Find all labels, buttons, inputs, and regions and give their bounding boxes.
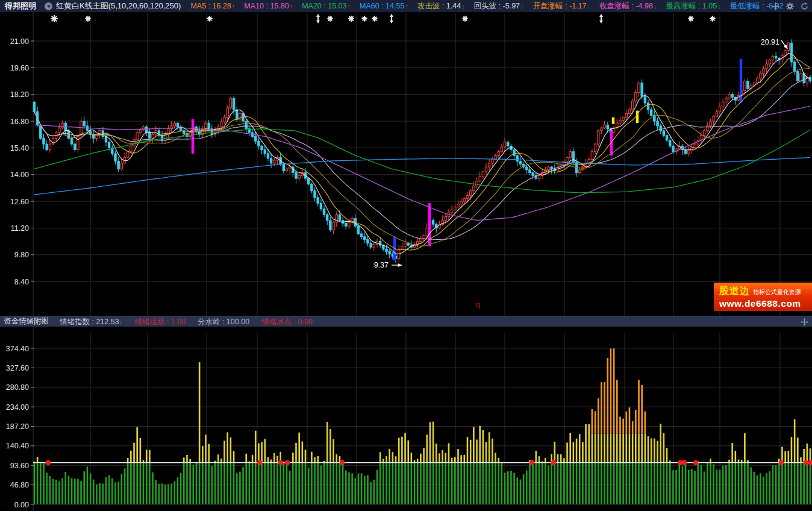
signal-bar bbox=[612, 118, 614, 124]
svg-text:21.00: 21.00 bbox=[10, 37, 29, 46]
sentiment-panel-title: 资金情绪附图 bbox=[4, 316, 49, 327]
indicator-item: 开盘涨幅 : -1.17↓ bbox=[533, 1, 590, 11]
toolbar-icons bbox=[772, 0, 808, 12]
indicator-item: 回头波 : -5.97↓ bbox=[474, 1, 524, 11]
indicator-item: MA60 : 14.55↑ bbox=[360, 2, 408, 10]
svg-text:18.20: 18.20 bbox=[10, 90, 29, 99]
price-axis-labels: 21.0019.6018.2016.8015.4014.0012.6011.20… bbox=[10, 37, 34, 286]
indicator-item: 收盘涨幅 : -4.98↓ bbox=[599, 1, 657, 11]
svg-text:374.40: 374.40 bbox=[6, 345, 29, 353]
svg-text:0.00: 0.00 bbox=[14, 501, 29, 509]
svg-text:14.00: 14.00 bbox=[10, 171, 29, 179]
sentiment-panel-header-bar[interactable]: 资金情绪附图 情绪指数 : 212.53↓情绪活跃 : 1.00分水岭 : 10… bbox=[0, 316, 812, 327]
red-dot bbox=[693, 460, 699, 466]
ma-line-MA10 bbox=[34, 58, 810, 250]
svg-text:187.20: 187.20 bbox=[6, 422, 29, 431]
sentiment-axis-labels: 374.40327.60280.80234.00187.20140.4093.6… bbox=[6, 345, 34, 509]
stock-app-window: 得邦照明 红黄白K线主图(5,10,20,60,120,250) MA5 : 1… bbox=[0, 0, 812, 511]
red-dot bbox=[257, 460, 263, 466]
svg-text:140.40: 140.40 bbox=[6, 442, 29, 450]
indicator-readouts: MA5 : 16.28↑MA10 : 15.80↑MA20 : 15.03↑MA… bbox=[190, 1, 792, 11]
svg-text:19.60: 19.60 bbox=[10, 64, 29, 72]
chart-annotations: 20.919.37q bbox=[374, 38, 787, 309]
red-dot bbox=[46, 460, 51, 466]
sentiment-readout-item: 情绪指数 : 212.53↓ bbox=[60, 318, 122, 326]
move-icon[interactable] bbox=[801, 318, 808, 326]
watermark-url: www.de6688.com bbox=[719, 298, 808, 309]
annotation-text: q bbox=[476, 300, 480, 309]
annotation-text: 20.91 bbox=[761, 38, 779, 46]
ma-line-MA5 bbox=[34, 54, 810, 254]
svg-text:234.00: 234.00 bbox=[6, 403, 29, 412]
red-dot bbox=[779, 460, 784, 466]
signal-bar bbox=[192, 119, 194, 154]
chart-canvas: 21.0019.6018.2016.8015.4014.0012.6011.20… bbox=[0, 0, 812, 511]
red-dot bbox=[340, 460, 345, 466]
watermark-banner: 股道边 指标公式量化资源 www.de6688.com bbox=[714, 283, 812, 311]
ma-line-MA20 bbox=[34, 68, 810, 246]
event-markers bbox=[51, 14, 716, 24]
red-dot bbox=[804, 460, 809, 466]
sentiment-readout-item: 情绪活跃 : 1.00 bbox=[134, 318, 186, 326]
svg-text:15.40: 15.40 bbox=[10, 144, 29, 152]
svg-text:327.60: 327.60 bbox=[6, 364, 29, 372]
candlesticks bbox=[33, 39, 811, 263]
red-dot bbox=[285, 460, 290, 466]
svg-text:93.60: 93.60 bbox=[10, 462, 29, 470]
chevron-down-icon[interactable] bbox=[45, 2, 52, 10]
ma-lines bbox=[34, 54, 810, 254]
annotation-text: 9.37 bbox=[374, 261, 389, 269]
svg-text:8.40: 8.40 bbox=[14, 278, 29, 286]
sentiment-readout-item: 分水岭 : 100.00 bbox=[198, 318, 249, 326]
indicator-item: MA10 : 15.80↑ bbox=[244, 2, 293, 10]
svg-text:11.20: 11.20 bbox=[11, 224, 29, 233]
red-dot bbox=[278, 460, 284, 466]
chart-title[interactable]: 红黄白K线主图(5,10,20,60,120,250) bbox=[56, 1, 181, 11]
watermark-brand: 股道边 bbox=[719, 285, 750, 298]
stock-name: 得邦照明 bbox=[5, 1, 36, 11]
grid bbox=[33, 12, 812, 511]
sentiment-readouts: 情绪指数 : 212.53↓情绪活跃 : 1.00分水岭 : 100.00情绪冰… bbox=[60, 316, 325, 327]
watermark-tagline: 指标公式量化资源 bbox=[753, 288, 801, 296]
svg-text:12.60: 12.60 bbox=[10, 198, 29, 206]
ma-line-MA30 bbox=[34, 77, 810, 239]
red-dot bbox=[808, 460, 812, 466]
svg-text:16.80: 16.80 bbox=[10, 118, 29, 126]
gear-icon[interactable] bbox=[786, 2, 794, 10]
refresh-icon[interactable] bbox=[801, 2, 808, 10]
ma-line-MA120 bbox=[34, 106, 810, 220]
red-dot bbox=[551, 460, 557, 466]
svg-text:46.80: 46.80 bbox=[10, 481, 29, 489]
sentiment-readout-item: 情绪冰点 : 0.00 bbox=[261, 318, 313, 326]
svg-text:280.80: 280.80 bbox=[6, 383, 29, 392]
move-icon[interactable] bbox=[772, 2, 779, 10]
red-dot bbox=[529, 460, 535, 466]
indicator-item: 最高涨幅 : 1.05↓ bbox=[666, 1, 720, 11]
indicator-item: 攻击波 : 1.44↓ bbox=[417, 1, 465, 11]
indicator-item: MA5 : 16.28↑ bbox=[190, 2, 235, 10]
main-chart-header-bar: 得邦照明 红黄白K线主图(5,10,20,60,120,250) MA5 : 1… bbox=[0, 0, 812, 12]
svg-text:9.80: 9.80 bbox=[14, 251, 29, 259]
indicator-item: MA20 : 15.03↑ bbox=[302, 2, 351, 10]
red-dot bbox=[682, 460, 687, 466]
